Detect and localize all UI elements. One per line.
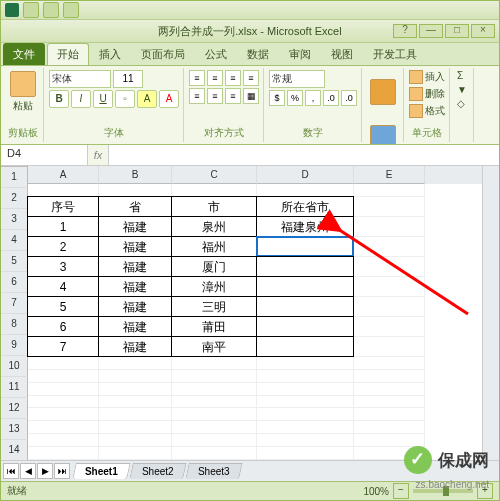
help-button[interactable]: ? (393, 24, 417, 38)
cell[interactable] (99, 421, 172, 434)
cell[interactable] (354, 383, 425, 396)
conditional-format-button[interactable] (367, 70, 399, 114)
cell[interactable] (354, 396, 425, 409)
cell[interactable]: 4 (27, 276, 99, 297)
row-header[interactable]: 1 (1, 167, 28, 188)
qat-save-icon[interactable] (23, 2, 39, 18)
maximize-button[interactable]: □ (445, 24, 469, 38)
zoom-out-button[interactable]: − (393, 483, 409, 499)
col-header[interactable]: A (28, 166, 99, 184)
cell[interactable] (28, 357, 99, 370)
sheet-nav-next-icon[interactable]: ▶ (37, 463, 53, 479)
row-header[interactable]: 11 (1, 377, 28, 398)
increase-decimal-button[interactable]: .0 (323, 90, 339, 106)
cell[interactable] (256, 336, 354, 357)
cell[interactable] (172, 370, 257, 383)
cell[interactable] (256, 296, 354, 317)
tab-page-layout[interactable]: 页面布局 (131, 43, 195, 65)
sheet-nav-prev-icon[interactable]: ◀ (20, 463, 36, 479)
cell[interactable]: 福建 (98, 256, 172, 277)
row-header[interactable]: 13 (1, 419, 28, 440)
cell[interactable] (354, 370, 425, 383)
cell[interactable] (28, 447, 99, 460)
row-header[interactable]: 8 (1, 314, 28, 335)
insert-cells-button[interactable]: 插入 (409, 70, 445, 84)
wrap-text-button[interactable]: ≡ (243, 70, 259, 86)
cell[interactable] (172, 447, 257, 460)
cell[interactable] (354, 337, 425, 357)
cell[interactable]: 福州 (171, 236, 257, 257)
cell[interactable]: 1 (27, 216, 99, 237)
cell[interactable] (257, 396, 354, 409)
sheet-nav-first-icon[interactable]: ⏮ (3, 463, 19, 479)
cell[interactable] (257, 370, 354, 383)
tab-file[interactable]: 文件 (3, 43, 45, 65)
row-header[interactable]: 3 (1, 209, 28, 230)
cell[interactable]: 5 (27, 296, 99, 317)
cell[interactable] (257, 357, 354, 370)
format-table-button[interactable] (367, 116, 399, 145)
cell[interactable]: 三明 (171, 296, 257, 317)
font-color-button[interactable]: A (159, 90, 179, 108)
cell[interactable] (172, 383, 257, 396)
col-header[interactable]: D (257, 166, 354, 184)
cell[interactable]: 2 (27, 236, 99, 257)
tab-insert[interactable]: 插入 (89, 43, 131, 65)
qat-undo-icon[interactable] (43, 2, 59, 18)
cell[interactable] (172, 434, 257, 447)
cell[interactable] (354, 357, 425, 370)
cell[interactable]: 厦门 (171, 256, 257, 277)
cell[interactable]: 福建 (98, 236, 172, 257)
cell[interactable]: 漳州 (171, 276, 257, 297)
paste-button[interactable]: 粘贴 (7, 70, 39, 114)
align-center-button[interactable]: ≡ (207, 88, 223, 104)
col-header[interactable]: B (99, 166, 172, 184)
row-header[interactable]: 10 (1, 356, 28, 377)
cell[interactable]: 南平 (171, 336, 257, 357)
cell[interactable] (256, 316, 354, 337)
tab-data[interactable]: 数据 (237, 43, 279, 65)
tab-home[interactable]: 开始 (47, 43, 89, 65)
border-button[interactable]: ▫ (115, 90, 135, 108)
sheet-tab-3[interactable]: Sheet3 (185, 463, 242, 479)
cell[interactable] (28, 408, 99, 421)
cell[interactable]: 福建泉州 (256, 216, 354, 237)
align-right-button[interactable]: ≡ (225, 88, 241, 104)
tab-review[interactable]: 审阅 (279, 43, 321, 65)
currency-button[interactable]: $ (269, 90, 285, 106)
cell[interactable] (172, 396, 257, 409)
tab-developer[interactable]: 开发工具 (363, 43, 427, 65)
cell[interactable] (354, 184, 425, 197)
align-bottom-button[interactable]: ≡ (225, 70, 241, 86)
cell[interactable] (256, 276, 354, 297)
cell[interactable] (28, 383, 99, 396)
autosum-button[interactable]: Σ (455, 70, 469, 81)
minimize-button[interactable]: — (419, 24, 443, 38)
cell[interactable]: 3 (27, 256, 99, 277)
cell[interactable]: 所在省市 (256, 196, 354, 217)
cell[interactable] (354, 237, 425, 257)
cell[interactable] (28, 434, 99, 447)
cell[interactable] (99, 370, 172, 383)
italic-button[interactable]: I (71, 90, 91, 108)
cell[interactable]: 省 (98, 196, 172, 217)
align-middle-button[interactable]: ≡ (207, 70, 223, 86)
cell[interactable] (354, 197, 425, 217)
cell[interactable] (257, 408, 354, 421)
cell[interactable] (28, 396, 99, 409)
cell[interactable]: 7 (27, 336, 99, 357)
cell[interactable]: 泉州 (171, 216, 257, 237)
cell[interactable] (172, 421, 257, 434)
row-header[interactable]: 12 (1, 398, 28, 419)
cell[interactable] (28, 421, 99, 434)
cell[interactable] (354, 421, 425, 434)
cell[interactable] (354, 408, 425, 421)
cell[interactable] (257, 447, 354, 460)
cell[interactable] (99, 383, 172, 396)
close-button[interactable]: × (471, 24, 495, 38)
bold-button[interactable]: B (49, 90, 69, 108)
col-header[interactable]: E (354, 166, 425, 184)
cell[interactable] (256, 256, 354, 277)
cell[interactable] (257, 434, 354, 447)
font-size-combo[interactable]: 11 (113, 70, 143, 88)
